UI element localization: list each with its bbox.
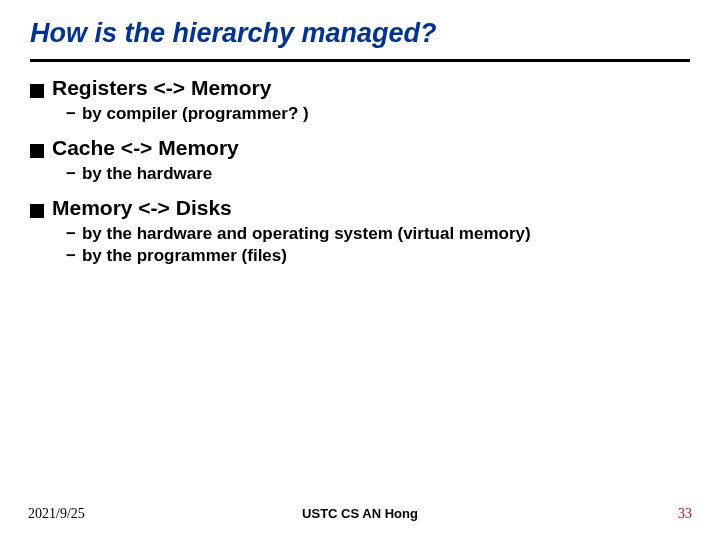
sub-bullet-text: by the programmer (files) bbox=[82, 246, 287, 266]
sub-bullet-text: by compiler (programmer? ) bbox=[82, 104, 309, 124]
sub-bullet-text: by the hardware and operating system (vi… bbox=[82, 224, 531, 244]
footer-center-text: USTC CS AN Hong bbox=[302, 506, 418, 521]
slide-title: How is the hierarchy managed? bbox=[30, 18, 690, 49]
sub-bullet-item: − by the programmer (files) bbox=[66, 246, 690, 266]
dash-icon: − bbox=[66, 104, 76, 124]
slide-footer: 2021/9/25 USTC CS AN Hong 33 bbox=[0, 506, 720, 522]
sub-bullet-text: by the hardware bbox=[82, 164, 212, 184]
footer-date: 2021/9/25 bbox=[28, 506, 85, 522]
bullet-text: Cache <-> Memory bbox=[52, 136, 239, 160]
dash-icon: − bbox=[66, 224, 76, 244]
sub-bullet-item: − by the hardware and operating system (… bbox=[66, 224, 690, 244]
sub-bullet-group: − by the hardware bbox=[66, 164, 690, 184]
dash-icon: − bbox=[66, 164, 76, 184]
footer-page-number: 33 bbox=[678, 506, 692, 522]
sub-bullet-item: − by the hardware bbox=[66, 164, 690, 184]
sub-bullet-item: − by compiler (programmer? ) bbox=[66, 104, 690, 124]
square-bullet-icon bbox=[30, 144, 44, 158]
title-divider bbox=[30, 59, 690, 62]
dash-icon: − bbox=[66, 246, 76, 266]
bullet-text: Memory <-> Disks bbox=[52, 196, 232, 220]
square-bullet-icon bbox=[30, 204, 44, 218]
bullet-item: Cache <-> Memory bbox=[30, 136, 690, 160]
bullet-item: Memory <-> Disks bbox=[30, 196, 690, 220]
bullet-text: Registers <-> Memory bbox=[52, 76, 271, 100]
sub-bullet-group: − by compiler (programmer? ) bbox=[66, 104, 690, 124]
square-bullet-icon bbox=[30, 84, 44, 98]
sub-bullet-group: − by the hardware and operating system (… bbox=[66, 224, 690, 266]
bullet-item: Registers <-> Memory bbox=[30, 76, 690, 100]
